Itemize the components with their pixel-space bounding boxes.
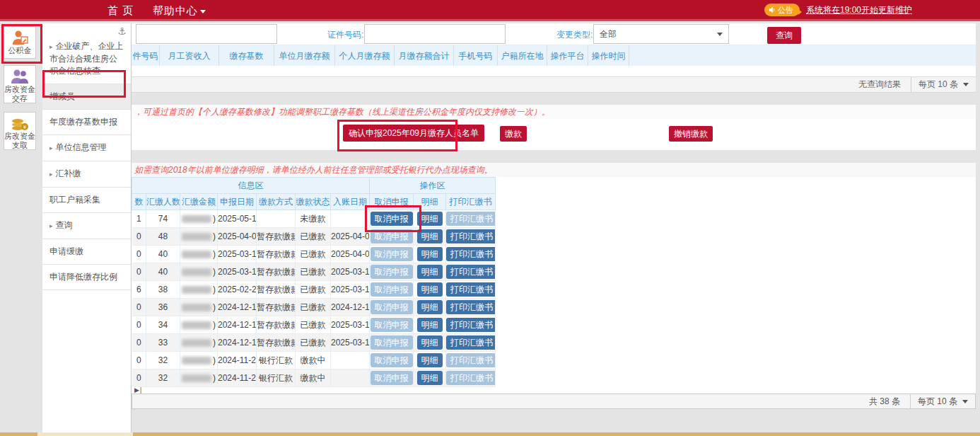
announcement-area: 公告 系统将在19:00开始更新维护 [764, 4, 912, 16]
cancel-declare-button: 取消申报 [371, 247, 413, 261]
nav-help-center[interactable]: 帮助中心 [153, 4, 206, 18]
per-page-select[interactable]: 每页 10 条 [910, 394, 975, 408]
column-header: 明细 [414, 194, 446, 210]
cell: 未缴款 [296, 210, 331, 228]
announcement-badge: 公告 [764, 4, 800, 16]
print-button[interactable]: 打印汇缴书 [446, 318, 496, 332]
people-icon [11, 69, 29, 84]
menu-item-shenqinghuanjiao[interactable]: 申请缓缴 [42, 239, 131, 265]
cancel-declare-button[interactable]: 取消申报 [371, 212, 413, 226]
print-button[interactable]: 打印汇缴书 [446, 265, 496, 279]
sidebar-item-label: 房改资金交存 [4, 85, 35, 103]
table-row: 036 ) 2024-12-18暂存款缴款 已缴款2024-12-18 取消申报… [132, 299, 496, 316]
detail-button[interactable]: 明细 [417, 265, 443, 279]
notice-history-query: 如需查询2018年以前单位缴存明细，请单位经办人前往任意管理部或受托银行代办点现… [132, 163, 976, 177]
cell: 74 [146, 210, 180, 228]
group-header-ops: 操作区 [370, 178, 496, 194]
table-row: 032 ) 2024-11-22银行汇款 缴款中 取消申报 明细 打印汇缴书 [132, 352, 496, 369]
menu-item-jiangdibili[interactable]: 申请降低缴存比例 [42, 265, 131, 290]
expand-arrow-icon: ▸ [49, 171, 53, 178]
sidebar-item-gongjijin[interactable]: 公积金 [4, 26, 36, 59]
per-page-select[interactable]: 每页 10 条 [911, 77, 976, 92]
sidebar-item-label: 房改资金支取 [4, 132, 35, 150]
redacted-amount [182, 374, 211, 382]
cancel-declare-button: 取消申报 [371, 282, 413, 297]
menu-item-huibujiao[interactable]: ▸汇补缴 [42, 161, 131, 188]
nav-home[interactable]: 首 页 [107, 4, 134, 18]
cell: 2025-05-13 [218, 210, 257, 228]
table-row: 638 ) 2025-02-20暂存款缴款 已缴款2025-03-14 取消申报… [132, 281, 496, 299]
column-header: 缴款方式 [257, 194, 296, 210]
detail-button[interactable]: 明细 [417, 300, 443, 314]
expand-arrow-icon: ▸ [49, 222, 53, 229]
detail-button[interactable]: 明细 [417, 229, 443, 243]
confirm-declare-button[interactable]: 确认申报2025年09月缴存人员名单 [343, 125, 484, 142]
column-header: 数 [132, 194, 146, 210]
change-type-select[interactable]: 全部 [593, 24, 729, 44]
change-type-label: 变更类型: [556, 29, 593, 41]
menu-item-chaxun[interactable]: ▸查询 [42, 213, 131, 239]
menu-item-danweixinxi[interactable]: ▸单位信息管理 [42, 135, 131, 161]
cell-amount: ) [180, 210, 218, 228]
query-input-1[interactable] [136, 24, 277, 44]
redacted-amount [182, 251, 211, 258]
detail-button[interactable]: 明细 [417, 371, 443, 385]
column-header: 缴款状态 [296, 194, 331, 210]
chevron-down-icon [962, 400, 968, 403]
print-button[interactable]: 打印汇缴书 [446, 335, 496, 350]
print-button[interactable]: 打印汇缴书 [446, 229, 496, 243]
print-button[interactable]: 打印汇缴书 [446, 300, 496, 314]
column-header: 个人月缴存额 [335, 45, 395, 67]
redacted-amount [182, 215, 211, 223]
cert-number-label: 证件号码: [327, 29, 363, 41]
detail-button[interactable]: 明细 [417, 353, 443, 367]
chevron-down-icon [963, 83, 969, 86]
detail-button[interactable]: 明细 [417, 318, 443, 332]
menu-item-zengjianyuan[interactable]: 增减员 [42, 84, 131, 110]
print-button[interactable]: 打印汇缴书 [446, 247, 496, 261]
anchor-icon[interactable]: ⚓ [117, 25, 127, 37]
app-root: 首 页 帮助中心 公告 系统将在19:00开始更新维护 公积金 房改资金交存 [0, 0, 980, 436]
scroll-to-end-icon[interactable]: ▶| [134, 386, 142, 394]
table-row: 033 ) 2024-12-12暂存款缴款 已缴款2025-03-14 取消申报… [132, 334, 496, 352]
menu-list: ▸企业破产、企业上市合法合规住房公积金信息核查 增减员 年度缴存基数申报 ▸单位… [42, 23, 131, 290]
cancel-declare-button: 取消申报 [371, 318, 413, 332]
detail-button[interactable]: 明细 [417, 282, 443, 297]
column-header: 月缴存额合计 [395, 45, 454, 67]
table-row: 040 ) 2025-03-14暂存款缴款 已缴款2025-04-09 取消申报… [132, 246, 496, 263]
menu-item-niandujiaocunjishu[interactable]: 年度缴存基数申报 [42, 110, 131, 135]
sidebar-item-fanggai-jiaocun[interactable]: 房改资金交存 [4, 65, 36, 103]
cell [257, 210, 296, 228]
column-header: 汇缴金额 [180, 194, 218, 210]
remittance-table: 信息区 操作区 数 汇缴人数 汇缴金额 申报日期 缴款方式 缴款状态 入账日期 … [132, 177, 496, 387]
cancel-declare-button: 取消申报 [371, 371, 413, 385]
bottom-border-line [0, 432, 980, 436]
column-header-row: 数 汇缴人数 汇缴金额 申报日期 缴款方式 缴款状态 入账日期 取消申报 明细 … [132, 194, 496, 210]
person-edit-icon [11, 30, 28, 45]
cancel-declare-button: 取消申报 [371, 300, 413, 314]
pay-button[interactable]: 缴款 [500, 126, 527, 142]
redacted-amount [182, 357, 211, 365]
detail-button[interactable]: 明细 [417, 247, 443, 261]
chevron-down-icon [200, 10, 206, 13]
column-header: 操作时间 [588, 45, 629, 67]
maintenance-notice-link[interactable]: 系统将在19:00开始更新维护 [806, 4, 912, 16]
cell: 1 [132, 210, 146, 228]
upper-result-bar: 无查询结果 每页 10 条 [132, 76, 976, 93]
menu-item-zhigonghuji[interactable]: 职工户籍采集 [42, 188, 131, 213]
detail-button[interactable]: 明细 [417, 212, 443, 226]
column-header-filler [629, 45, 976, 67]
search-button[interactable]: 查询 [767, 27, 801, 44]
cell [331, 210, 370, 228]
print-button[interactable]: 打印汇缴书 [446, 282, 496, 297]
svg-text:¥: ¥ [23, 125, 26, 130]
sidebar-item-fanggai-zhiqu[interactable]: ¥ 房改资金支取 [4, 112, 36, 150]
per-page-value: 每页 10 条 [918, 79, 958, 91]
column-header: 单位月缴存额 [274, 45, 335, 67]
detail-button[interactable]: 明细 [417, 335, 443, 350]
column-header: 户籍所在地 [498, 45, 547, 67]
menu-item-qiyepochan[interactable]: ▸企业破产、企业上市合法合规住房公积金信息核查 [42, 34, 131, 84]
cancel-pay-button[interactable]: 撤销缴款 [669, 126, 713, 142]
table-row: 048 ) 2025-04-09暂存款缴款 已缴款2025-04-09 取消申报… [132, 228, 496, 246]
cert-number-input[interactable] [364, 24, 506, 44]
